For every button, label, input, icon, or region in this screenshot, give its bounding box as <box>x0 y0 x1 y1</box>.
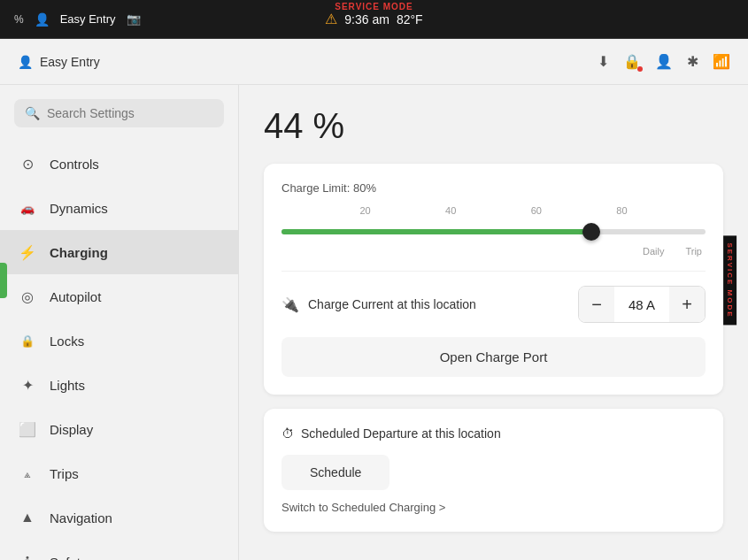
trip-label: Trip <box>685 246 702 257</box>
nav-profile-label: Easy Entry <box>40 55 100 69</box>
left-charge-indicator <box>0 263 7 298</box>
lights-icon: ✦ <box>18 375 37 395</box>
top-nav: 👤 Easy Entry ⬇ 🔒 👤 ✱ 📶 <box>0 39 748 85</box>
sidebar-item-controls[interactable]: ⊙ Controls <box>0 142 238 186</box>
controls-label: Controls <box>50 157 99 172</box>
tick-20: 20 <box>359 205 370 216</box>
content-area: 44 % Charge Limit: 80% 20 40 60 80 <box>239 85 748 560</box>
charge-slider[interactable] <box>281 221 706 242</box>
top-nav-profile[interactable]: 👤 Easy Entry <box>18 55 100 69</box>
slider-ticks: 20 40 60 80 <box>281 205 706 216</box>
nav-person-icon: 👤 <box>18 55 33 69</box>
switch-scheduled-link[interactable]: Switch to Scheduled Charging > <box>281 501 706 514</box>
open-charge-port-button[interactable]: Open Charge Port <box>281 337 706 377</box>
autopilot-label: Autopilot <box>50 289 101 304</box>
slider-fill <box>281 229 591 234</box>
current-value: 48 A <box>614 287 669 322</box>
display-label: Display <box>50 422 93 437</box>
charging-label: Charging <box>50 245 108 260</box>
notification-dot <box>637 66 643 72</box>
safety-label: Safety <box>50 555 88 561</box>
warning-icon: ⚠ <box>325 11 337 27</box>
download-icon[interactable]: ⬇ <box>598 53 609 70</box>
top-nav-icons: ⬇ 🔒 👤 ✱ 📶 <box>598 53 730 70</box>
trips-icon: ⟁ <box>18 464 37 483</box>
search-input[interactable] <box>47 106 213 120</box>
sidebar-item-safety[interactable]: ℹ Safety <box>0 540 238 560</box>
sidebar-item-display[interactable]: ⬜ Display <box>0 407 238 451</box>
controls-icon: ⊙ <box>18 154 37 173</box>
sidebar-item-autopilot[interactable]: ◎ Autopilot <box>0 274 238 318</box>
battery-percent: 44 % <box>264 106 723 146</box>
increase-current-button[interactable]: + <box>669 287 705 322</box>
slider-thumb[interactable] <box>582 223 600 241</box>
signal-icon: 📶 <box>713 53 730 70</box>
sidebar-item-trips[interactable]: ⟁ Trips <box>0 451 238 495</box>
main-container: 🔍 ⊙ Controls 🚗 Dynamics ⚡ Charging ◎ Aut… <box>0 85 748 560</box>
display-icon: ⬜ <box>18 419 37 439</box>
navigation-label: Navigation <box>50 510 112 525</box>
status-time: 9:36 am <box>344 12 389 27</box>
navigation-icon: ▲ <box>18 508 37 527</box>
tick-60: 60 <box>531 205 542 216</box>
service-mode-side-label: SERVICE MODE <box>723 235 736 325</box>
status-temp: 82°F <box>397 12 423 27</box>
status-bar: SERVICE MODE % 👤 Easy Entry 📷 ⚠ 9:36 am … <box>0 0 748 39</box>
status-profile: Easy Entry <box>60 12 116 26</box>
trips-label: Trips <box>50 466 79 481</box>
tick-40: 40 <box>445 205 456 216</box>
sidebar-item-navigation[interactable]: ▲ Navigation <box>0 495 238 540</box>
dynamics-label: Dynamics <box>50 201 108 216</box>
charging-icon: ⚡ <box>18 242 37 262</box>
sidebar-item-dynamics[interactable]: 🚗 Dynamics <box>0 186 238 230</box>
camera-icon: 📷 <box>127 12 141 26</box>
charge-current-control: − 48 A + <box>578 286 706 323</box>
charge-current-row: 🔌 Charge Current at this location − 48 A… <box>281 271 706 323</box>
status-center: ⚠ 9:36 am 82°F <box>325 11 422 27</box>
tick-80: 80 <box>616 205 627 216</box>
sidebar-item-charging[interactable]: ⚡ Charging <box>0 230 238 274</box>
search-icon: 🔍 <box>25 106 40 120</box>
slider-mode-labels: Daily Trip <box>281 246 706 257</box>
scheduled-label: Scheduled Departure at this location <box>301 426 501 441</box>
safety-icon: ℹ <box>18 552 37 560</box>
locks-icon: 🔒 <box>18 331 37 350</box>
sidebar-item-lights[interactable]: ✦ Lights <box>0 363 238 407</box>
daily-label: Daily <box>643 246 664 257</box>
search-bar[interactable]: 🔍 <box>14 99 224 127</box>
autopilot-icon: ◎ <box>18 287 37 306</box>
schedule-button[interactable]: Schedule <box>281 455 389 490</box>
bluetooth-icon[interactable]: ✱ <box>687 53 698 70</box>
clock-icon: ⏱ <box>281 426 294 441</box>
status-percent: % <box>14 13 24 26</box>
scheduled-title: ⏱ Scheduled Departure at this location <box>281 426 706 441</box>
locks-label: Locks <box>50 334 84 349</box>
lights-label: Lights <box>50 378 85 393</box>
lock-icon-nav[interactable]: 🔒 <box>623 53 641 70</box>
status-left: % 👤 Easy Entry 📷 <box>14 12 141 27</box>
charge-card: Charge Limit: 80% 20 40 60 80 Daily T <box>264 164 723 395</box>
profile-icon: 👤 <box>35 12 50 27</box>
person-icon-nav[interactable]: 👤 <box>655 53 673 70</box>
charge-limit-label: Charge Limit: 80% <box>281 181 706 195</box>
charge-current-label-area: 🔌 Charge Current at this location <box>281 296 578 313</box>
sidebar-item-locks[interactable]: 🔒 Locks <box>0 318 238 363</box>
charge-current-text: Charge Current at this location <box>308 297 476 311</box>
decrease-current-button[interactable]: − <box>579 287 614 322</box>
sidebar: 🔍 ⊙ Controls 🚗 Dynamics ⚡ Charging ◎ Aut… <box>0 85 239 560</box>
outlet-icon: 🔌 <box>281 296 299 313</box>
scheduled-section: ⏱ Scheduled Departure at this location S… <box>264 409 723 532</box>
dynamics-icon: 🚗 <box>18 198 37 218</box>
